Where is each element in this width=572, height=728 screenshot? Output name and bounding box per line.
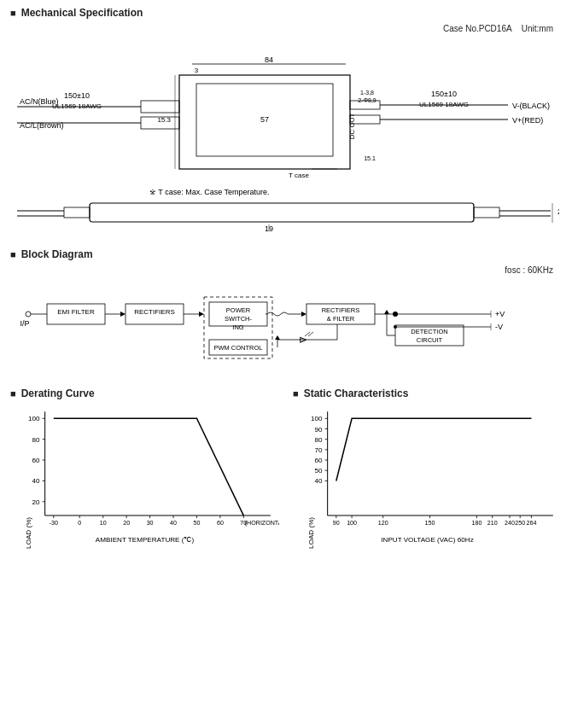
derating-title: Derating Curve <box>10 387 279 399</box>
svg-text:SWITCH-: SWITCH- <box>225 315 253 323</box>
svg-text:40: 40 <box>170 520 177 527</box>
svg-point-85 <box>394 325 397 329</box>
static-title: Static Characteristics <box>293 387 562 399</box>
svg-text:150±10: 150±10 <box>64 91 90 100</box>
svg-text:AMBIENT TEMPERATURE (℃): AMBIENT TEMPERATURE (℃) <box>96 536 195 544</box>
derating-section: Derating Curve 100 80 60 40 20 <box>10 387 279 548</box>
svg-text:V-(BLACK): V-(BLACK) <box>512 102 550 110</box>
svg-text:100: 100 <box>347 520 357 527</box>
svg-text:70: 70 <box>315 446 324 454</box>
svg-text:CIRCUIT: CIRCUIT <box>417 336 443 344</box>
svg-text:I/P: I/P <box>20 319 29 328</box>
svg-text:(HORIZONTAL): (HORIZONTAL) <box>245 520 279 527</box>
svg-text:POWER: POWER <box>226 306 251 314</box>
svg-text:90: 90 <box>333 520 340 527</box>
svg-text:INPUT VOLTAGE (VAC) 60Hz: INPUT VOLTAGE (VAC) 60Hz <box>381 536 473 544</box>
svg-text:UL1569 18AWG: UL1569 18AWG <box>52 102 102 110</box>
svg-text:3: 3 <box>195 67 199 74</box>
svg-text:+V: +V <box>495 310 505 318</box>
page: Mechanical Specification Case No.PCD16A … <box>0 0 572 555</box>
svg-text:40: 40 <box>32 477 41 485</box>
svg-marker-60 <box>301 312 306 317</box>
svg-text:150±10: 150±10 <box>431 90 457 98</box>
svg-text:AC/N(Blue): AC/N(Blue) <box>20 97 59 106</box>
svg-marker-70 <box>275 335 280 340</box>
unit: Unit:mm <box>522 24 553 33</box>
svg-rect-32 <box>64 207 90 218</box>
svg-text:DETECTION: DETECTION <box>411 328 447 335</box>
svg-text:210: 210 <box>487 520 498 527</box>
svg-text:50: 50 <box>315 467 324 475</box>
svg-text:50: 50 <box>194 520 201 527</box>
svg-text:DC OUT: DC OUT <box>348 114 356 140</box>
svg-text:240: 240 <box>505 520 515 527</box>
svg-text:60: 60 <box>32 457 41 464</box>
svg-text:PWM CONTROL: PWM CONTROL <box>213 344 262 352</box>
block-diagram: I/P EMI FILTER RECTIFIERS POWER SWITCH- <box>13 278 559 372</box>
svg-rect-33 <box>474 207 499 218</box>
static-chart: 100 90 80 70 60 50 40 90 <box>293 403 562 548</box>
svg-text:T case: T case <box>289 172 309 179</box>
svg-text:V+(RED): V+(RED) <box>512 116 543 125</box>
svg-rect-31 <box>90 203 474 222</box>
svg-text:180: 180 <box>471 520 482 527</box>
svg-text:10: 10 <box>100 520 107 527</box>
svg-text:120: 120 <box>378 520 388 527</box>
derating-chart: 100 80 60 40 20 -30 0 10 <box>10 403 279 548</box>
svg-text:0: 0 <box>78 520 81 527</box>
svg-text:100: 100 <box>28 415 40 422</box>
svg-marker-52 <box>199 312 204 317</box>
svg-text:250: 250 <box>515 520 525 527</box>
case-no: Case No.PCD16A <box>443 24 512 33</box>
svg-text:-30: -30 <box>50 520 58 527</box>
svg-text:29.5: 29.5 <box>557 207 559 216</box>
svg-text:LOAD (%): LOAD (%) <box>307 517 315 549</box>
svg-text:15.3: 15.3 <box>157 116 171 124</box>
svg-text:-V: -V <box>495 323 503 331</box>
svg-text:ING: ING <box>232 323 244 331</box>
svg-text:30: 30 <box>147 520 154 527</box>
mechanical-title: Mechanical Specification <box>10 7 562 19</box>
svg-text:60: 60 <box>217 520 224 527</box>
svg-text:20: 20 <box>123 520 130 527</box>
svg-text:90: 90 <box>315 426 324 434</box>
svg-text:40: 40 <box>315 477 324 485</box>
block-info: fosc : 60KHz <box>10 265 562 275</box>
svg-text:※ T case: Max. Case Temperatur: ※ T case: Max. Case Temperature. <box>149 188 270 196</box>
mechanical-section: Mechanical Specification Case No.PCD16A … <box>10 7 562 233</box>
svg-text:80: 80 <box>32 436 41 444</box>
fosc-label: fosc : 60KHz <box>505 265 553 275</box>
svg-text:57: 57 <box>260 115 269 124</box>
svg-marker-48 <box>120 312 125 317</box>
svg-marker-79 <box>384 310 389 314</box>
svg-point-42 <box>26 312 31 317</box>
svg-text:1-3,8: 1-3,8 <box>360 90 374 96</box>
svg-text:84: 84 <box>265 55 273 64</box>
static-section: Static Characteristics 100 90 80 70 <box>293 387 562 548</box>
svg-text:60: 60 <box>315 457 324 464</box>
svg-text:100: 100 <box>311 415 323 422</box>
block-section: Block Diagram fosc : 60KHz I/P EMI FILTE… <box>10 248 562 372</box>
mechanical-info: Case No.PCD16A Unit:mm <box>10 24 562 33</box>
svg-text:19: 19 <box>265 224 273 233</box>
mechanical-diagram: 84 3 57 150±10 UL1569 18AWG AC/N(Blue) <box>13 37 559 233</box>
svg-text:EMI FILTER: EMI FILTER <box>57 308 95 316</box>
svg-rect-6 <box>141 101 179 113</box>
svg-text:UL1569 18AWG: UL1569 18AWG <box>419 101 469 108</box>
svg-text:RECTIFIERS: RECTIFIERS <box>322 306 360 314</box>
svg-text:AC/L(Brown): AC/L(Brown) <box>20 121 64 130</box>
svg-text:20: 20 <box>32 498 41 506</box>
svg-text:15.1: 15.1 <box>364 155 376 161</box>
charts-row: Derating Curve 100 80 60 40 20 <box>10 387 562 548</box>
block-title: Block Diagram <box>10 248 562 260</box>
svg-text:264: 264 <box>526 520 536 527</box>
svg-text:& FILTER: & FILTER <box>327 315 355 323</box>
svg-text:LOAD (%): LOAD (%) <box>25 517 32 549</box>
svg-text:150: 150 <box>425 520 435 527</box>
svg-text:80: 80 <box>315 436 324 444</box>
svg-text:RECTIFIERS: RECTIFIERS <box>134 308 175 316</box>
svg-text:2-Φ8,9: 2-Φ8,9 <box>358 97 376 103</box>
